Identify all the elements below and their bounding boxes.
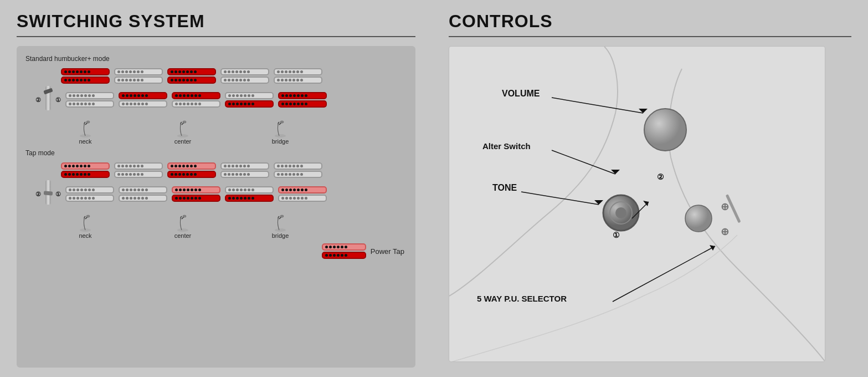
tap-p2-bot — [119, 186, 167, 202]
controls-diagram: VOLUME Alter Switch TONE — [449, 46, 825, 362]
svg-point-3 — [183, 121, 186, 123]
center-label-2: center — [174, 232, 192, 239]
plus-1: ⊕ — [721, 201, 729, 212]
svg-marker-21 — [643, 201, 649, 206]
tap-bridge-top — [274, 162, 322, 178]
p4-top — [220, 68, 269, 84]
small-knob — [685, 205, 712, 232]
bridge-label-1: bridge — [272, 138, 289, 145]
svg-point-4 — [275, 134, 286, 137]
selector-label: 5 WAY P.U. SELECTOR — [477, 294, 567, 303]
svg-point-2 — [177, 134, 188, 137]
p2-bot — [119, 92, 167, 108]
svg-point-10 — [275, 228, 286, 232]
center-bot-pu — [172, 92, 220, 108]
svg-point-5 — [280, 121, 284, 123]
center-label-1: center — [174, 138, 192, 145]
tap-neck-top — [61, 162, 110, 178]
tap-center-bot — [172, 186, 220, 202]
controls-title: CONTROLS — [449, 11, 851, 32]
bridge-switch-icon-2 — [273, 215, 288, 232]
mode2-label: Tap mode — [25, 149, 407, 157]
bridge-switch-icon-1 — [273, 120, 288, 138]
num-1: ① — [613, 231, 620, 240]
center-top-pu — [167, 68, 216, 84]
p2-top — [114, 68, 163, 84]
switch-group-2: ② ① — [25, 180, 61, 208]
neck-top-pu — [61, 68, 110, 84]
switch-num-2: ② — [35, 96, 41, 104]
bridge-top-pu — [274, 68, 322, 84]
svg-marker-15 — [611, 170, 620, 174]
tone-label: TONE — [492, 183, 517, 192]
p4-bot — [225, 92, 274, 108]
switching-system-title: SWITCHING SYSTEM — [17, 11, 415, 32]
num-2: ② — [657, 172, 664, 181]
svg-point-19 — [615, 207, 626, 218]
svg-line-12 — [552, 98, 643, 113]
tap-p4-bot — [225, 186, 274, 202]
volume-label: VOLUME — [502, 89, 540, 98]
neck-switch-icon-1 — [78, 120, 93, 138]
volume-knob — [644, 109, 686, 151]
neck-switch-icon-2 — [78, 215, 93, 232]
tap-p4-top — [220, 162, 269, 178]
tap-bridge-bot — [278, 186, 327, 202]
center-switch-icon-2 — [175, 215, 191, 232]
svg-point-9 — [183, 215, 186, 217]
alter-switch-label: Alter Switch — [482, 141, 531, 151]
power-tap-label: Power Tap — [371, 247, 404, 256]
svg-marker-23 — [710, 245, 715, 251]
neck-label-1: neck — [79, 138, 91, 145]
controls-svg: VOLUME Alter Switch TONE — [449, 47, 825, 362]
center-switch-icon-1 — [175, 120, 191, 138]
switch-num-1: ① — [55, 96, 61, 104]
plus-2: ⊕ — [721, 226, 729, 237]
svg-point-8 — [177, 228, 188, 232]
svg-line-14 — [552, 150, 615, 174]
bridge-bot-pu — [278, 92, 327, 108]
legend-power-tap — [322, 243, 366, 259]
svg-line-22 — [613, 246, 715, 302]
tap-p2-top — [114, 162, 163, 178]
right-panel: CONTROLS VOLUME — [432, 0, 868, 377]
tap-neck-bot — [65, 186, 114, 202]
svg-point-11 — [280, 215, 284, 217]
controls-divider — [449, 36, 851, 37]
bridge-label-2: bridge — [272, 232, 289, 239]
switching-diagram: Standard humbucker+ mode — [17, 46, 415, 368]
neck-bot-pu — [65, 92, 114, 108]
svg-point-7 — [86, 215, 90, 217]
neck-label-2: neck — [79, 232, 91, 239]
title-divider — [17, 36, 415, 37]
left-panel: SWITCHING SYSTEM Standard humbucker+ mod… — [0, 0, 432, 377]
switch-group-1: ② ① — [25, 86, 61, 114]
legend-row: Power Tap — [25, 243, 407, 259]
mode1-label: Standard humbucker+ mode — [25, 55, 407, 63]
tap-center-top — [167, 162, 216, 178]
svg-point-1 — [86, 121, 90, 123]
